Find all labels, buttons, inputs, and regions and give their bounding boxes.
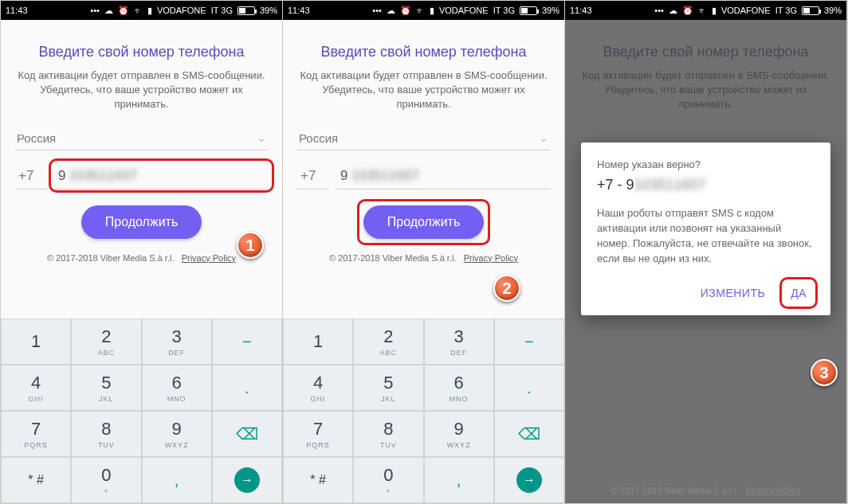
footer: © 2017-2018 Viber Media S.à r.l. Privacy…: [297, 253, 550, 263]
key-0[interactable]: 0+: [71, 457, 141, 503]
continue-button[interactable]: Продолжить: [81, 205, 202, 239]
privacy-link[interactable]: Privacy Policy: [182, 253, 236, 263]
sync-icon: •••: [654, 6, 664, 15]
step-badge-2: 2: [493, 275, 520, 302]
copyright: © 2017-2018 Viber Media S.à r.l.: [47, 253, 175, 263]
battery-icon: [238, 6, 255, 15]
battery-percent: 39%: [542, 6, 559, 15]
key-9[interactable]: 9WXYZ: [424, 411, 494, 457]
phone-screen-2: 11:43 ••• ☁ ⏰ ᯤ ▮ VODAFONE IT 3G 39% Вве…: [283, 1, 565, 503]
key-3[interactable]: 3DEF: [424, 318, 494, 365]
battery-percent: 39%: [824, 6, 842, 15]
continue-button[interactable]: Продолжить: [363, 205, 484, 239]
country-label: Россия: [299, 131, 338, 145]
key-6[interactable]: 6MNO: [424, 365, 494, 411]
cloud-icon: ☁: [387, 6, 395, 16]
key-7[interactable]: 7PQRS: [1, 411, 71, 457]
key-3[interactable]: 3DEF: [142, 318, 212, 365]
key-8[interactable]: 8TUV: [71, 411, 141, 457]
dialog-number: +7 - 9103511607: [597, 177, 815, 193]
key-5[interactable]: 5JKL: [353, 365, 423, 411]
status-time: 11:43: [6, 6, 28, 15]
phone-input-row: +7 103511607: [15, 163, 268, 189]
main-content: Введите свой номер телефона Код активаци…: [1, 20, 282, 269]
carrier-label: VODAFONE: [157, 6, 206, 15]
cloud-icon: ☁: [669, 6, 677, 16]
copyright: © 2017-2018 Viber Media S.à r.l.: [329, 253, 457, 263]
phone-number-rest: 103511607: [69, 168, 137, 184]
carrier-label: VODAFONE: [721, 6, 771, 15]
chevron-down-icon: ⌄: [539, 131, 548, 144]
country-selector[interactable]: Россия ⌄: [15, 127, 268, 150]
key-backspace[interactable]: ⌫: [494, 411, 564, 457]
phone-number-rest: 103511607: [351, 168, 419, 184]
country-label: Россия: [17, 131, 56, 145]
alarm-icon: ⏰: [682, 6, 693, 16]
key-dot[interactable]: .: [212, 365, 282, 411]
key-minus[interactable]: −: [212, 318, 282, 365]
key-dot[interactable]: .: [494, 365, 564, 411]
privacy-link[interactable]: Privacy Policy: [746, 486, 800, 495]
key-5[interactable]: 5JKL: [71, 365, 141, 411]
key-star-hash[interactable]: * #: [283, 457, 353, 503]
key-2[interactable]: 2ABC: [71, 318, 141, 365]
privacy-link[interactable]: Privacy Policy: [464, 253, 518, 263]
signal-icon: ▮: [430, 6, 434, 16]
status-time: 11:43: [288, 6, 310, 15]
network-label: IT 3G: [493, 6, 515, 15]
network-label: IT 3G: [211, 6, 233, 15]
copyright: © 2017-2018 Viber Media S.à r.l.: [611, 486, 739, 495]
country-selector[interactable]: Россия ⌄: [297, 127, 550, 150]
signal-icon: ▮: [712, 6, 716, 16]
chevron-down-icon: ⌄: [257, 131, 266, 144]
alarm-icon: ⏰: [118, 6, 129, 16]
key-1[interactable]: 1: [283, 318, 353, 365]
key-6[interactable]: 6MNO: [142, 365, 212, 411]
country-prefix: +7: [15, 163, 47, 189]
step-badge-1: 1: [237, 232, 264, 259]
dialog-change-button[interactable]: ИЗМЕНИТЬ: [693, 280, 773, 306]
main-content: Введите свой номер телефона Код активаци…: [283, 20, 564, 269]
phone-input-row: +7 103511607: [297, 163, 550, 189]
keypad: 1 2ABC 3DEF − 4GHI 5JKL 6MNO . 7PQRS 8TU…: [1, 318, 282, 503]
key-star-hash[interactable]: * #: [1, 457, 71, 503]
phone-screen-1: 11:43 ••• ☁ ⏰ ᯤ ▮ VODAFONE IT 3G 39% Вве…: [1, 1, 283, 503]
dialog-yes-button[interactable]: ДА: [783, 280, 815, 306]
key-4[interactable]: 4GHI: [283, 365, 353, 411]
key-8[interactable]: 8TUV: [353, 411, 423, 457]
phone-screen-3: 11:43 ••• ☁ ⏰ ᯤ ▮ VODAFONE IT 3G 39% Вве…: [565, 1, 847, 503]
battery-percent: 39%: [260, 6, 277, 15]
country-prefix: +7: [297, 163, 329, 189]
signal-icon: ▮: [147, 6, 152, 16]
confirm-dialog: Номер указан верно? +7 - 9103511607 Наши…: [581, 143, 830, 315]
key-comma[interactable]: ,: [424, 457, 494, 503]
alarm-icon: ⏰: [400, 6, 411, 16]
battery-icon: [520, 6, 537, 15]
done-icon: →: [234, 467, 260, 493]
status-bar: 11:43 ••• ☁ ⏰ ᯤ ▮ VODAFONE IT 3G 39%: [1, 1, 282, 20]
dialog-question: Номер указан верно?: [597, 158, 815, 170]
status-time: 11:43: [570, 6, 592, 15]
cloud-icon: ☁: [104, 6, 113, 16]
status-bar: 11:43 ••• ☁ ⏰ ᯤ ▮ VODAFONE IT 3G 39%: [283, 1, 564, 20]
key-minus[interactable]: −: [494, 318, 564, 365]
key-done[interactable]: →: [212, 457, 282, 503]
page-subtitle: Код активации будет отправлен в SMS-сооб…: [297, 68, 550, 112]
key-backspace[interactable]: ⌫: [212, 411, 282, 457]
page-title: Введите свой номер телефона: [297, 44, 550, 61]
key-comma[interactable]: ,: [142, 457, 212, 503]
key-done[interactable]: →: [494, 457, 564, 503]
network-label: IT 3G: [775, 6, 797, 15]
step-badge-3: 3: [811, 359, 838, 386]
key-9[interactable]: 9WXYZ: [142, 411, 212, 457]
key-2[interactable]: 2ABC: [353, 318, 423, 365]
key-4[interactable]: 4GHI: [1, 365, 71, 411]
page-subtitle: Код активации будет отправлен в SMS-сооб…: [15, 68, 268, 112]
dialog-actions: ИЗМЕНИТЬ ДА: [597, 280, 815, 306]
key-0[interactable]: 0+: [353, 457, 423, 503]
key-1[interactable]: 1: [1, 318, 71, 365]
sync-icon: •••: [372, 6, 382, 15]
done-icon: →: [516, 467, 542, 493]
key-7[interactable]: 7PQRS: [283, 411, 353, 457]
backspace-icon: ⌫: [518, 424, 540, 443]
